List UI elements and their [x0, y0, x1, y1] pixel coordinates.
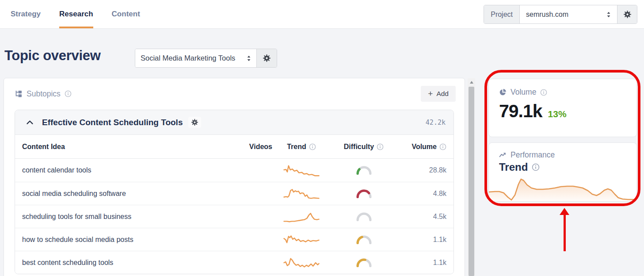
page-title: Topic overview	[4, 48, 100, 64]
tab-research[interactable]: Research	[59, 0, 93, 28]
volume-total-value: 79.1k	[499, 101, 542, 122]
difficulty-info-icon[interactable]	[377, 143, 384, 150]
volume-card-info-icon[interactable]	[540, 89, 547, 96]
topic-select[interactable]: Social Media Marketing Tools	[135, 49, 256, 67]
gear-icon	[623, 10, 632, 19]
performance-card: Performance Trend	[488, 142, 637, 202]
difficulty-gauge-cell	[331, 166, 397, 175]
trend-sparkline	[282, 210, 320, 224]
table-row[interactable]: scheduling tools for small business 4.5k	[15, 205, 453, 228]
trend-area-chart	[489, 176, 636, 201]
difficulty-gauge-cell	[331, 258, 397, 267]
trend-area-fill	[489, 179, 636, 201]
table-row[interactable]: how to schedule social media posts 1.1k	[15, 228, 453, 251]
table-row[interactable]: social media scheduling software 4.8k	[15, 182, 453, 205]
topic-selector-group: Social Media Marketing Tools	[135, 49, 277, 68]
content-ideas-body: content calendar tools 28.8k social medi…	[15, 159, 453, 274]
scrollbar-up-button[interactable]	[468, 78, 475, 86]
subtopic-total-volume: 42.2k	[426, 119, 446, 126]
top-navigation: Strategy Research Content Project semrus…	[0, 0, 644, 29]
volume-value: 1.1k	[397, 259, 446, 267]
annotation-arrow	[559, 208, 570, 251]
trend-title: Trend	[499, 161, 528, 173]
trend-sparkline-cell	[272, 210, 331, 224]
volume-change-badge: 13%	[548, 109, 567, 119]
tab-strategy[interactable]: Strategy	[11, 0, 41, 28]
difficulty-gauge	[356, 258, 372, 267]
column-header-trend: Trend	[272, 143, 331, 151]
annotation-arrow-head	[560, 208, 569, 215]
trend-sparkline-cell	[272, 163, 331, 177]
subtopics-panel: Subtopics + Add Effective Content Schedu…	[4, 78, 465, 276]
volume-value: 4.8k	[397, 190, 446, 198]
scrollbar-thumb[interactable]	[469, 87, 474, 276]
content-idea-text[interactable]: scheduling tools for small business	[22, 213, 230, 221]
trend-sparkline-cell	[272, 233, 331, 247]
performance-label: Performance	[511, 150, 555, 160]
difficulty-gauge	[356, 235, 372, 244]
volume-value: 1.1k	[397, 236, 446, 244]
trend-sparkline	[282, 256, 320, 270]
collapse-button[interactable]	[25, 119, 35, 126]
trend-title-info-icon[interactable]	[532, 163, 540, 171]
column-header-videos: Videos	[230, 143, 272, 151]
subtopics-info-icon[interactable]	[65, 90, 72, 97]
difficulty-gauge-cell	[331, 212, 397, 221]
chevron-up-icon	[27, 120, 33, 125]
column-header-volume: Volume	[397, 143, 446, 151]
subtopics-panel-header: Subtopics + Add	[4, 78, 465, 105]
project-label: Project	[484, 5, 520, 23]
volume-value: 4.5k	[397, 213, 446, 221]
table-row[interactable]: content calendar tools 28.8k	[15, 159, 453, 182]
difficulty-gauge-cell	[331, 189, 397, 198]
updown-icon	[606, 12, 611, 18]
updown-icon	[247, 55, 251, 61]
performance-card-inner: Performance Trend	[489, 143, 636, 173]
performance-card-header: Performance	[499, 150, 626, 160]
content-idea-text[interactable]: how to schedule social media posts	[22, 236, 230, 244]
subtopic-card: Effective Content Scheduling Tools 42.2k…	[15, 110, 454, 274]
up-arrow-icon	[470, 81, 473, 84]
annotation-arrow-shaft	[564, 215, 566, 251]
content-idea-text[interactable]: content calendar tools	[22, 166, 230, 174]
topic-overview-screen: Strategy Research Content Project semrus…	[0, 0, 644, 276]
add-button-label: Add	[436, 90, 449, 98]
subtopics-tree-icon	[15, 90, 23, 98]
difficulty-gauge-cell	[331, 235, 397, 244]
trend-sparkline-cell	[272, 187, 331, 201]
subtopics-title: Subtopics	[27, 89, 61, 99]
difficulty-gauge	[356, 189, 372, 198]
trend-title-row: Trend	[499, 161, 626, 173]
project-selector-group: Project semrush.com	[484, 5, 637, 24]
trend-sparkline	[282, 187, 320, 201]
content-idea-text[interactable]: social media scheduling software	[22, 190, 230, 198]
gear-icon	[263, 54, 271, 62]
trend-info-icon[interactable]	[309, 143, 316, 150]
difficulty-gauge	[356, 166, 372, 175]
volume-card: Volume 79.1k 13%	[488, 79, 637, 137]
tab-content[interactable]: Content	[112, 0, 140, 28]
plus-icon: +	[428, 91, 433, 97]
volume-info-icon[interactable]	[439, 143, 446, 150]
volume-card-label: Volume	[511, 88, 536, 97]
subtopic-card-header: Effective Content Scheduling Tools 42.2k	[15, 110, 453, 135]
subtopic-settings-button[interactable]	[188, 117, 201, 128]
content-idea-text[interactable]: best content scheduling tools	[22, 259, 230, 267]
trend-sparkline-cell	[272, 256, 331, 270]
volume-value: 28.8k	[397, 166, 446, 174]
topic-select-value: Social Media Marketing Tools	[141, 54, 243, 62]
add-button[interactable]: + Add	[421, 86, 456, 102]
gear-icon	[191, 119, 198, 126]
project-select[interactable]: semrush.com	[520, 5, 617, 23]
pie-chart-icon	[499, 88, 507, 96]
trend-sparkline	[282, 163, 320, 177]
table-row[interactable]: best content scheduling tools 1.1k	[15, 251, 453, 274]
project-settings-button[interactable]	[617, 5, 637, 23]
volume-value-row: 79.1k 13%	[499, 101, 626, 122]
project-select-value: semrush.com	[526, 11, 568, 19]
volume-card-header: Volume	[499, 88, 626, 97]
column-header-difficulty: Difficulty	[331, 143, 397, 151]
table-header-row: Content Idea Videos Trend Difficulty Vol…	[15, 135, 453, 159]
topic-settings-button[interactable]	[256, 49, 277, 67]
panel-scrollbar[interactable]	[468, 78, 475, 276]
